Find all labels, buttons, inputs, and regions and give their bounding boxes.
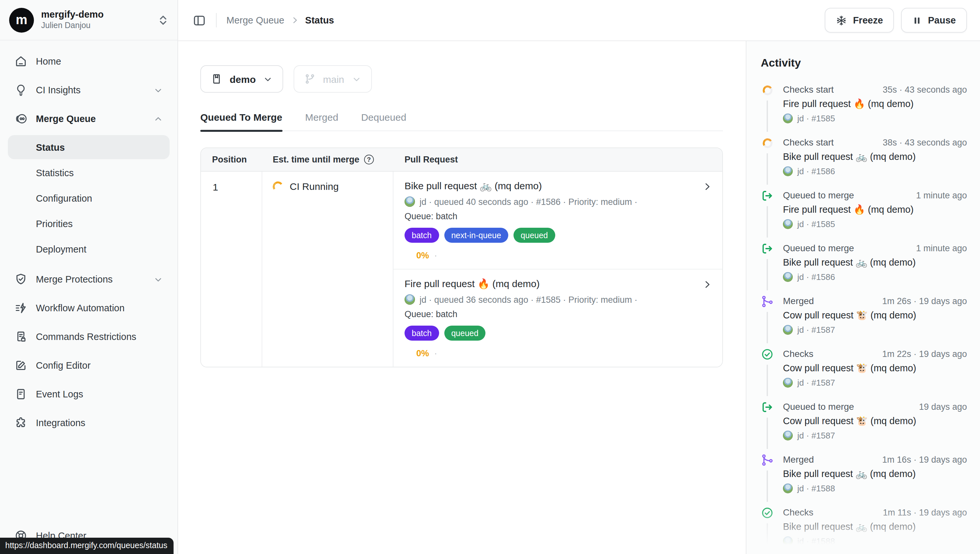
activity-pr-meta: jd · #1588: [797, 484, 835, 494]
org-switcher[interactable]: m mergify-demo Julien Danjou: [0, 0, 177, 40]
sidebar-item-configuration[interactable]: Configuration: [8, 186, 170, 210]
pr-meta-text: jd · queued 40 seconds ago · #1586 · Pri…: [420, 197, 638, 207]
activity-pr-title[interactable]: Cow pull request 🐮 (mq demo): [783, 416, 967, 427]
avatar: [783, 113, 793, 123]
puzzle-icon: [14, 416, 27, 429]
queue-table: Position Est. time until merge ? Pull Re…: [200, 148, 723, 368]
activity-pr-title[interactable]: Fire pull request 🔥 (mq demo): [783, 204, 967, 215]
sidebar-item-label: Integrations: [36, 418, 86, 428]
main-content: demo main Queued To Merge Merged Dequeue…: [178, 41, 746, 554]
pause-icon: [912, 15, 922, 25]
pause-button[interactable]: Pause: [901, 8, 967, 33]
activity-entry[interactable]: Queued to merge 19 days ago Cow pull req…: [761, 401, 967, 441]
workflow-lightning-icon: [14, 301, 27, 315]
column-header-pull-request: Pull Request: [393, 154, 722, 164]
repository-select[interactable]: demo: [200, 65, 283, 93]
activity-pr-meta: jd · #1587: [797, 378, 835, 388]
activity-entry[interactable]: Merged 1m 16s · 19 days ago Bike pull re…: [761, 454, 967, 494]
activity-event-time: 19 days ago: [919, 402, 967, 412]
pull-request-card[interactable]: Bike pull request 🚲 (mq demo) jd · queue…: [393, 172, 722, 269]
sidebar-item-label: Event Logs: [36, 389, 83, 400]
queued-to-merge-icon: [761, 242, 774, 255]
activity-event-time: 1 minute ago: [916, 244, 967, 253]
avatar: [783, 219, 793, 229]
sidebar-item-event-logs[interactable]: Event Logs: [8, 382, 170, 406]
activity-entry[interactable]: Checks start 38s · 43 seconds ago Bike p…: [761, 137, 967, 176]
tab-merged[interactable]: Merged: [305, 111, 338, 131]
activity-pr-title[interactable]: Fire pull request 🔥 (mq demo): [783, 99, 967, 110]
timeline-connector: [767, 418, 768, 449]
sidebar-item-config-editor[interactable]: Config Editor: [8, 353, 170, 378]
column-header-label: Est. time until merge: [273, 154, 360, 164]
checks-start-spinner-icon: [761, 84, 774, 97]
breadcrumb-parent[interactable]: Merge Queue: [226, 15, 284, 25]
sidebar-item-commands-restrictions[interactable]: Commands Restrictions: [8, 324, 170, 349]
activity-pr-title[interactable]: Bike pull request 🚲 (mq demo): [783, 257, 967, 268]
activity-pr-meta: jd · #1586: [797, 166, 835, 176]
activity-pr-title[interactable]: Bike pull request 🚲 (mq demo): [783, 151, 967, 162]
sidebar-item-merge-queue[interactable]: Merge Queue: [8, 107, 170, 131]
chevron-down-icon: [263, 74, 273, 84]
sidebar-item-integrations[interactable]: Integrations: [8, 411, 170, 435]
branch-select[interactable]: main: [294, 65, 372, 93]
queued-to-merge-icon: [761, 189, 774, 202]
sidebar-item-label: Statistics: [36, 167, 74, 178]
repository-icon: [211, 73, 223, 85]
git-branch-icon: [304, 73, 316, 85]
chevron-right-icon: [290, 16, 299, 25]
activity-event-title: Merged: [783, 454, 814, 465]
mergify-logo: m: [9, 8, 34, 32]
checks-done-icon: [761, 348, 774, 361]
sidebar-item-label: Deployment: [36, 244, 86, 254]
pr-title[interactable]: Bike pull request 🚲 (mq demo): [404, 180, 692, 192]
document-lines-icon: [14, 388, 27, 401]
activity-event-title: Merged: [783, 296, 814, 306]
pr-meta-text: jd · queued 36 seconds ago · #1585 · Pri…: [420, 295, 638, 304]
org-user: Julien Danjou: [41, 21, 104, 31]
chevron-right-icon[interactable]: [702, 181, 713, 192]
sidebar-toggle-icon[interactable]: [192, 13, 206, 27]
position-cell: 1: [201, 172, 262, 367]
sidebar-item-workflow-automation[interactable]: Workflow Automation: [8, 296, 170, 320]
sidebar-item-ci-insights[interactable]: CI Insights: [8, 78, 170, 102]
activity-entry[interactable]: Checks 1m 22s · 19 days ago Cow pull req…: [761, 349, 967, 388]
chevron-down-icon: [153, 85, 163, 95]
badge-batch: batch: [404, 326, 439, 341]
activity-entry[interactable]: Merged 1m 26s · 19 days ago Cow pull req…: [761, 296, 967, 335]
activity-pr-title[interactable]: Bike pull request 🚲 (mq demo): [783, 468, 967, 479]
activity-pr-meta: jd · #1587: [797, 325, 835, 335]
sidebar-item-home[interactable]: Home: [8, 49, 170, 74]
sidebar-item-deployment[interactable]: Deployment: [8, 237, 170, 261]
queue-table-row: 1 CI Running Bike pull request 🚲 (mq dem…: [201, 172, 722, 367]
tab-dequeued[interactable]: Dequeued: [361, 111, 406, 131]
activity-entry[interactable]: Checks start 35s · 43 seconds ago Fire p…: [761, 84, 967, 123]
shield-check-icon: [14, 273, 27, 286]
activity-event-title: Queued to merge: [783, 401, 854, 412]
ci-status-label: CI Running: [290, 181, 339, 192]
activity-entry[interactable]: Queued to merge 1 minute ago Bike pull r…: [761, 243, 967, 282]
avatar: [783, 431, 793, 441]
sidebar-item-merge-protections[interactable]: Merge Protections: [8, 267, 170, 292]
est-time-cell: CI Running: [262, 172, 393, 367]
activity-event-title: Queued to merge: [783, 243, 854, 253]
sidebar-item-label: Status: [36, 142, 65, 152]
activity-entry[interactable]: Queued to merge 1 minute ago Fire pull r…: [761, 190, 967, 229]
tab-queued-to-merge[interactable]: Queued To Merge: [200, 111, 282, 131]
activity-pr-title[interactable]: Cow pull request 🐮 (mq demo): [783, 363, 967, 374]
status-url-tooltip: https://dashboard.mergify.com/queues/sta…: [0, 538, 173, 554]
pull-request-cell: Bike pull request 🚲 (mq demo) jd · queue…: [393, 172, 722, 367]
breadcrumb-current: Status: [305, 15, 334, 25]
activity-pr-title[interactable]: Cow pull request 🐮 (mq demo): [783, 310, 967, 321]
pr-badges: batch queued: [404, 326, 692, 341]
pr-title[interactable]: Fire pull request 🔥 (mq demo): [404, 278, 692, 290]
help-circle-icon[interactable]: ?: [364, 154, 374, 164]
merged-icon: [761, 295, 774, 308]
freeze-button[interactable]: Freeze: [825, 8, 894, 33]
pull-request-card[interactable]: Fire pull request 🔥 (mq demo) jd · queue…: [393, 269, 722, 367]
app-window: m mergify-demo Julien Danjou Home CI Ins: [0, 0, 980, 554]
sidebar-item-statistics[interactable]: Statistics: [8, 161, 170, 185]
sidebar-item-priorities[interactable]: Priorities: [8, 212, 170, 236]
sidebar-item-status[interactable]: Status: [8, 135, 170, 159]
chevron-right-icon[interactable]: [702, 279, 713, 290]
chevron-up-down-icon[interactable]: [158, 14, 168, 26]
